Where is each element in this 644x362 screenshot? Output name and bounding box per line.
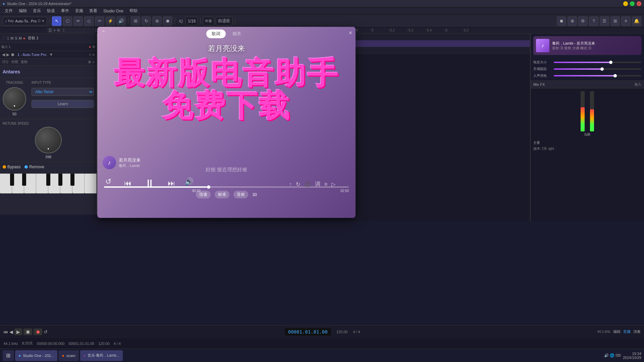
menu-edit[interactable]: 编辑 xyxy=(16,7,30,14)
mute-tool-button[interactable]: ⚡ xyxy=(106,16,115,26)
piano-key-cs[interactable] xyxy=(10,174,14,186)
transport-perf-btn[interactable]: 演奏 xyxy=(633,329,641,334)
learn-button[interactable]: Learn xyxy=(32,100,94,108)
speed-button[interactable]: 倍速 xyxy=(196,191,211,198)
grid-button[interactable]: ⊞ xyxy=(610,16,620,26)
menu-event[interactable]: 事件 xyxy=(58,7,72,14)
retune-speed-knob[interactable] xyxy=(35,127,62,154)
start-button[interactable]: ⊞ xyxy=(3,350,14,361)
plus2-icon[interactable]: + xyxy=(93,60,95,64)
piano-keyboard[interactable] xyxy=(0,173,97,193)
browser-button[interactable]: ≡ xyxy=(621,16,631,26)
transport-record-btn[interactable]: ⏺ xyxy=(34,328,42,335)
snap-button[interactable]: ⊞ xyxy=(131,16,140,26)
add-icon[interactable]: + xyxy=(89,53,91,57)
key-selector[interactable]: ♩ Key Auto-To.. Pro D ▼ xyxy=(3,17,47,25)
monitor-button[interactable]: ⊕ xyxy=(568,16,577,26)
pencil-tool-button[interactable]: ✏ xyxy=(73,16,83,26)
draw-tool-button[interactable]: ⬡ xyxy=(63,16,72,26)
settings-icon[interactable]: ⚙ xyxy=(92,45,95,49)
loop-button[interactable]: ↻ xyxy=(142,16,151,26)
transport-rewind[interactable]: ⏮ xyxy=(3,329,8,335)
menu-music[interactable]: 音乐 xyxy=(30,7,44,14)
repeat-button[interactable]: ↺ xyxy=(105,177,111,186)
transport-stop-btn[interactable]: ⏹ xyxy=(23,328,32,335)
settings2-icon[interactable]: ⚙ xyxy=(88,60,91,64)
add-track-icon[interactable]: + xyxy=(53,28,56,33)
menu-track[interactable]: 轨道 xyxy=(44,7,58,14)
headphone-icon[interactable]: 🎧 xyxy=(304,181,311,187)
tempo-selector[interactable]: 时量 xyxy=(203,17,214,25)
transport-note-btn[interactable]: 音频 xyxy=(623,329,631,334)
bypass-control[interactable]: Bypass xyxy=(3,165,20,169)
more-overlay-icon[interactable]: ≡ xyxy=(324,181,327,187)
menu-studioone[interactable]: Studio One xyxy=(101,8,126,14)
preset-name[interactable]: 1 - Auto-Tune Pro xyxy=(17,53,46,57)
menu-file[interactable]: 文件 xyxy=(2,7,15,14)
taskbar-studio-one[interactable]: ● Studio One - 202... xyxy=(15,350,57,361)
slice-tool-button[interactable]: ✂ xyxy=(95,16,104,26)
help-button[interactable]: ? xyxy=(589,16,598,26)
transport-back[interactable]: ◀ xyxy=(9,329,13,335)
record-button[interactable]: ⏺ xyxy=(163,16,172,26)
tracking-knob[interactable] xyxy=(3,87,26,111)
select-tool-button[interactable]: ↖ xyxy=(52,16,61,26)
play-icon[interactable]: ▶ xyxy=(6,52,9,57)
close-button[interactable]: × xyxy=(637,1,641,6)
piano-key-ds[interactable] xyxy=(22,174,26,186)
playlist-icon[interactable]: ▷ xyxy=(331,181,335,187)
pitch-slider-track[interactable]: 0 xyxy=(554,68,641,70)
transport-loop-btn[interactable]: ↺ xyxy=(44,329,48,335)
mixer-button[interactable]: ☰ xyxy=(600,16,609,26)
preset-arrow-left[interactable]: ◀ xyxy=(2,52,5,57)
remove-control[interactable]: Remove xyxy=(24,165,44,169)
quantize-selector[interactable]: 1/16 xyxy=(185,17,198,25)
progress-thumb[interactable] xyxy=(207,185,210,189)
menu-view[interactable]: 查看 xyxy=(87,7,100,14)
preset-dropdown-icon[interactable]: ▼ xyxy=(49,52,53,57)
menu-help[interactable]: 帮助 xyxy=(127,7,140,14)
prev-button[interactable]: ⏮ xyxy=(124,179,131,188)
related-tab[interactable]: 相关 xyxy=(227,29,247,38)
pitch-slider-thumb[interactable] xyxy=(600,67,604,71)
cycle-icon[interactable]: ↻ xyxy=(296,181,300,187)
record-arm-button[interactable]: ⏺ xyxy=(557,16,566,26)
collapse-overlay-icon[interactable]: ⌃ xyxy=(101,29,106,36)
human-slider-track[interactable] xyxy=(554,75,641,76)
minimize-button[interactable]: − xyxy=(623,1,628,6)
overlay-close-button[interactable]: × xyxy=(348,29,352,37)
rec-icon[interactable]: ● xyxy=(89,45,91,49)
human-slider-thumb[interactable] xyxy=(613,74,617,77)
volume-control-button[interactable]: 🔊 xyxy=(184,177,194,186)
zoom-button[interactable]: ⊕ xyxy=(152,16,162,26)
share-icon[interactable]: ↑ xyxy=(289,181,292,187)
transport-play-btn[interactable]: ▶ xyxy=(14,328,22,335)
tune-icon[interactable]: 调 xyxy=(315,181,320,188)
erase-tool-button[interactable]: ◇ xyxy=(84,16,94,26)
plugin-drag-handle[interactable]: ⋮ xyxy=(2,36,6,40)
settings-button[interactable]: ⚙ xyxy=(578,16,588,26)
more-icon[interactable]: ≡ xyxy=(93,53,95,57)
menu-audio[interactable]: 音频 xyxy=(72,7,86,14)
transport-edit-btn[interactable]: 编辑 xyxy=(613,329,621,334)
effect-button[interactable]: 音效 xyxy=(233,191,248,198)
taskbar-ocam[interactable]: ● ocam xyxy=(59,350,79,361)
ruler-settings-icon[interactable]: ⚙ xyxy=(57,28,60,32)
quality-button[interactable]: 标准 xyxy=(215,191,229,198)
notification-button[interactable]: 🔔 xyxy=(632,16,641,26)
piano-key-gs[interactable] xyxy=(58,174,62,186)
next-button[interactable]: ⏭ xyxy=(168,179,175,188)
taskbar-music[interactable]: ♪ 音乐·毒药，Lamb... xyxy=(80,350,123,361)
maximize-button[interactable]: □ xyxy=(630,1,635,6)
volume-slider-thumb[interactable] xyxy=(609,61,612,64)
stop-icon[interactable]: ⏹ xyxy=(11,52,15,57)
zoom-selector[interactable]: 自适应 xyxy=(216,17,232,25)
piano-key-as[interactable] xyxy=(70,174,74,186)
listen-tool-button[interactable]: 🔊 xyxy=(116,16,126,26)
volume-slider-track[interactable] xyxy=(554,62,641,63)
play-pause-button[interactable]: ⏸ xyxy=(144,177,155,190)
piano-key-c2[interactable] xyxy=(85,174,97,193)
lyric-tab[interactable]: 歌词 xyxy=(206,29,226,38)
piano-key-fs[interactable] xyxy=(46,174,50,186)
input-type-select[interactable]: Alto-Tenor Soprano Low Male xyxy=(32,88,94,96)
